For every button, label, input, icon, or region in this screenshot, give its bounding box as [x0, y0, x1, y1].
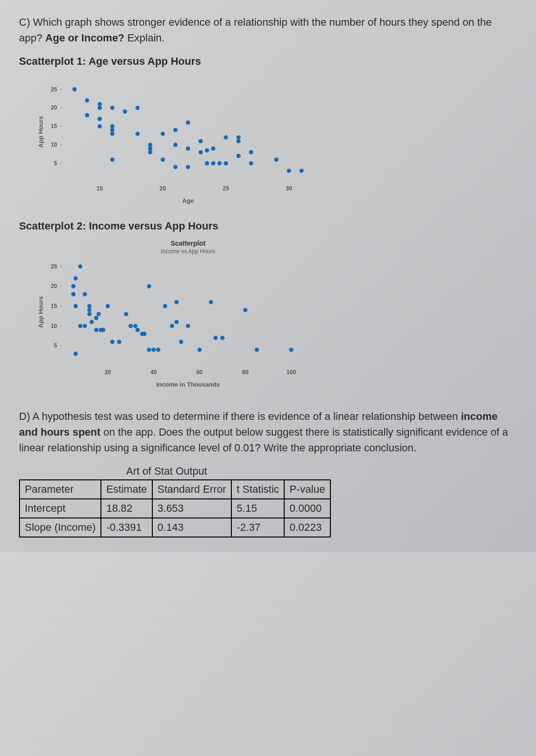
svg-point-82 — [73, 304, 78, 308]
svg-point-114 — [198, 348, 202, 352]
svg-point-22 — [98, 117, 102, 121]
svg-point-16 — [72, 87, 77, 91]
svg-point-112 — [179, 340, 183, 344]
svg-point-94 — [78, 324, 82, 328]
th-parameter: Parameter — [20, 480, 101, 499]
svg-point-89 — [94, 328, 99, 332]
svg-point-79 — [73, 276, 78, 280]
svg-text:15: 15 — [51, 303, 58, 309]
svg-point-108 — [163, 304, 167, 308]
svg-point-19 — [85, 113, 89, 118]
svg-point-85 — [87, 304, 91, 308]
svg-point-87 — [89, 320, 94, 324]
svg-point-49 — [224, 135, 228, 139]
svg-point-95 — [83, 324, 87, 328]
question-c: C) Which graph shows stronger evidence o… — [19, 14, 517, 46]
svg-point-117 — [220, 336, 225, 340]
svg-point-32 — [148, 147, 152, 151]
svg-point-25 — [110, 128, 115, 132]
svg-point-93 — [106, 304, 110, 308]
svg-point-52 — [237, 135, 241, 139]
svg-point-121 — [73, 352, 78, 356]
svg-point-48 — [218, 161, 222, 166]
svg-text:10: 10 — [51, 323, 58, 329]
th-estimate: Estimate — [101, 480, 152, 499]
svg-point-88 — [94, 316, 99, 320]
svg-point-54 — [249, 150, 253, 154]
svg-point-43 — [199, 150, 203, 154]
svg-text:Scatterplot: Scatterplot — [170, 239, 205, 247]
svg-point-27 — [110, 158, 115, 162]
svg-text:Income vs App Hours: Income vs App Hours — [161, 248, 215, 255]
svg-point-103 — [142, 332, 147, 336]
svg-text:Income in Thousands: Income in Thousands — [156, 381, 220, 388]
svg-point-107 — [156, 348, 160, 352]
svg-text:Age: Age — [182, 197, 194, 204]
cell: Intercept — [20, 499, 101, 518]
cell: Slope (Income) — [20, 518, 101, 537]
svg-point-21 — [110, 106, 115, 110]
svg-point-31 — [148, 143, 152, 147]
cell: 0.0223 — [284, 518, 330, 537]
svg-point-101 — [136, 328, 140, 332]
svg-point-106 — [151, 348, 156, 352]
svg-point-110 — [174, 300, 179, 304]
svg-point-92 — [101, 328, 105, 332]
svg-text:5: 5 — [54, 160, 57, 167]
svg-point-17 — [85, 98, 89, 102]
svg-point-26 — [110, 131, 115, 136]
svg-text:60: 60 — [196, 369, 203, 376]
svg-text:25: 25 — [51, 86, 58, 93]
svg-point-99 — [129, 324, 133, 328]
svg-point-18 — [98, 102, 102, 106]
svg-text:25: 25 — [51, 263, 58, 270]
svg-point-84 — [87, 308, 91, 312]
svg-point-100 — [133, 324, 138, 328]
svg-point-34 — [161, 158, 165, 162]
svg-point-38 — [173, 165, 178, 169]
svg-text:40: 40 — [150, 369, 157, 376]
svg-point-41 — [186, 165, 190, 169]
table-title: Art of Stat Output — [19, 465, 314, 477]
svg-text:30: 30 — [286, 185, 292, 192]
svg-point-118 — [243, 308, 248, 312]
svg-point-56 — [274, 158, 278, 162]
svg-point-83 — [83, 292, 87, 297]
cell: -0.3391 — [101, 518, 152, 537]
stat-table: Parameter Estimate Standard Error t Stat… — [19, 479, 331, 537]
svg-point-109 — [170, 324, 174, 328]
svg-point-55 — [249, 161, 253, 166]
table-header-row: Parameter Estimate Standard Error t Stat… — [20, 480, 330, 499]
question-c-bold: Age or Income? — [45, 32, 124, 44]
svg-text:15: 15 — [97, 185, 103, 192]
svg-point-81 — [71, 292, 76, 297]
svg-point-96 — [110, 340, 115, 344]
svg-point-51 — [237, 139, 241, 143]
svg-text:App Hours: App Hours — [37, 116, 44, 148]
svg-point-116 — [213, 336, 218, 340]
svg-point-35 — [161, 131, 165, 136]
cell: 0.0000 — [284, 499, 330, 518]
scatter1-svg: 15202530510152025AgeApp Hours — [29, 72, 324, 206]
svg-point-23 — [98, 124, 102, 129]
svg-point-24 — [110, 124, 115, 129]
scatter1-title: Scatterplot 1: Age versus App Hours — [19, 55, 517, 68]
svg-text:20: 20 — [51, 283, 58, 289]
svg-point-28 — [123, 109, 127, 114]
scatter2-container: ScatterplotIncome vs App Hours2040608010… — [29, 237, 517, 389]
svg-point-104 — [147, 284, 151, 288]
svg-point-58 — [299, 169, 304, 173]
svg-point-90 — [97, 312, 101, 316]
cell: 5.15 — [231, 499, 284, 518]
svg-point-80 — [71, 284, 76, 288]
th-stderr: Standard Error — [152, 480, 231, 499]
svg-point-44 — [205, 148, 209, 152]
svg-point-50 — [224, 161, 228, 166]
svg-point-47 — [211, 161, 216, 166]
svg-point-115 — [209, 300, 213, 304]
svg-point-86 — [87, 312, 91, 316]
cell: 0.143 — [152, 518, 231, 537]
svg-text:15: 15 — [51, 123, 58, 129]
svg-point-111 — [174, 320, 179, 324]
svg-point-78 — [78, 264, 82, 269]
